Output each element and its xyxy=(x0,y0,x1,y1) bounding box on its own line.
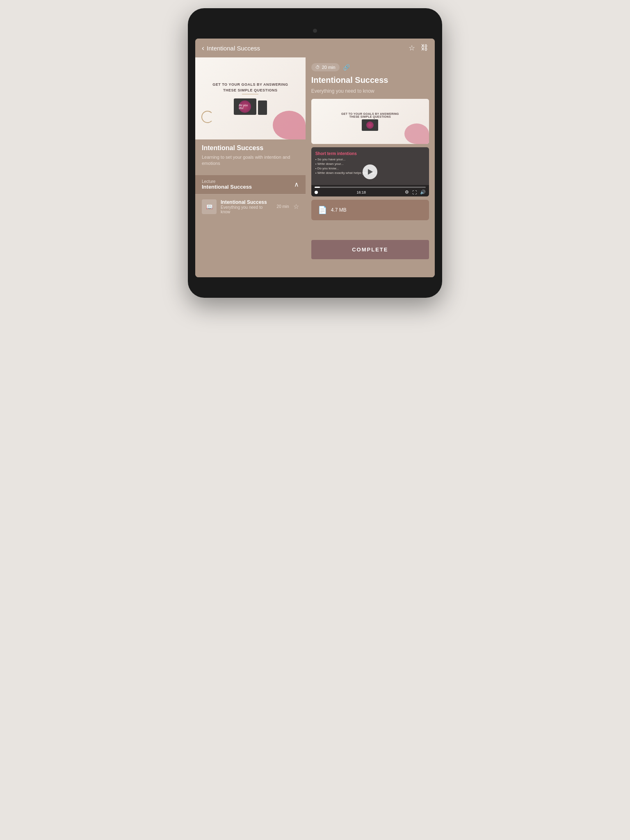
file-size: 4.7 MB xyxy=(331,207,347,213)
preview-pink-blob xyxy=(404,123,429,144)
lecture-title: Intentional Success xyxy=(202,184,252,190)
star-icon[interactable]: ☆ xyxy=(409,43,415,52)
course-hero-image: GET TO YOUR GOALS BY ANSWERING THESE SIM… xyxy=(195,57,306,139)
right-panel: ⏱ 20 min 🔗 Intentional Success Everythin… xyxy=(306,57,435,265)
device-mockups: Be you tiful xyxy=(234,98,267,115)
file-document-icon: 📄 xyxy=(318,205,327,215)
video-progress-fill xyxy=(315,187,320,188)
content-area: GET TO YOUR GOALS BY ANSWERING THESE SIM… xyxy=(195,57,435,265)
lecture-header[interactable]: Lecture Intentional Success ∧ xyxy=(195,175,306,194)
video-right-controls: ⚙ ⛶ 🔊 xyxy=(405,189,426,195)
image-divider xyxy=(242,94,258,94)
brand-circle: Be you tiful xyxy=(239,100,251,113)
settings-icon[interactable]: ⚙ xyxy=(405,189,409,195)
video-player[interactable]: Short term intentions • So you have your… xyxy=(311,147,429,196)
lecture-label: Lecture xyxy=(202,179,252,184)
lecture-star-icon[interactable]: ☆ xyxy=(293,203,299,210)
header-left: ‹ Intentional Success xyxy=(202,44,260,52)
video-bottom-controls: 16:18 ⚙ ⛶ 🔊 xyxy=(315,189,426,195)
lecture-item-subtitle: Everything you need to know xyxy=(221,205,273,214)
time-value: 20 min xyxy=(322,65,336,70)
time-badge: ⏱ 20 min xyxy=(311,63,340,71)
video-bullet-1: • So you have your... xyxy=(315,158,425,161)
lecture-item[interactable]: 📖 Intentional Success Everything you nee… xyxy=(195,194,306,219)
video-progress-dot xyxy=(315,191,318,194)
image-title-line2: THESE SIMPLE QUESTIONS xyxy=(219,88,282,92)
preview-image: GET TO YOUR GOALS BY ANSWERING THESE SIM… xyxy=(311,99,429,144)
preview-brand-circle xyxy=(366,121,374,129)
video-title: Short term intentions xyxy=(315,151,425,156)
complete-button[interactable]: COMPLETE xyxy=(311,240,429,259)
lecture-header-text: Lecture Intentional Success xyxy=(202,179,252,190)
back-button[interactable]: ‹ xyxy=(202,44,204,52)
play-button[interactable] xyxy=(363,164,377,179)
tablet-device: ‹ Intentional Success ☆ ⛓ GET TO YOUR GO… xyxy=(188,8,442,298)
play-triangle-icon xyxy=(368,169,373,175)
lecture-item-book-icon: 📖 xyxy=(202,199,217,214)
arrow-decoration xyxy=(201,111,214,123)
video-progress-bar[interactable] xyxy=(315,187,426,188)
video-time-elapsed: 16:18 xyxy=(357,190,366,194)
video-controls: 16:18 ⚙ ⛶ 🔊 xyxy=(311,185,429,196)
meta-row: ⏱ 20 min 🔗 xyxy=(311,63,429,71)
lecture-item-duration: 20 min xyxy=(277,204,289,209)
chevron-up-icon[interactable]: ∧ xyxy=(294,180,299,188)
left-panel: GET TO YOUR GOALS BY ANSWERING THESE SIM… xyxy=(195,57,306,265)
tablet-screen: ‹ Intentional Success ☆ ⛓ GET TO YOUR GO… xyxy=(195,39,435,277)
clock-icon: ⏱ xyxy=(315,65,320,70)
file-attachment[interactable]: 📄 4.7 MB xyxy=(311,200,429,220)
pink-blob-decoration xyxy=(273,111,306,139)
preview-tablet-mockup xyxy=(362,119,378,131)
header-title: Intentional Success xyxy=(207,45,260,52)
lecture-item-title: Intentional Success xyxy=(221,199,273,205)
preview-device-mockups xyxy=(362,119,378,131)
right-panel-subtitle: Everything you need to know xyxy=(311,88,429,94)
app-header: ‹ Intentional Success ☆ ⛓ xyxy=(195,39,435,57)
course-subtitle-left: Learning to set your goals with intentio… xyxy=(202,154,299,167)
tablet-camera xyxy=(313,29,317,33)
preview-img-title-line1: GET TO YOUR GOALS BY ANSWERING xyxy=(338,112,402,115)
tablet-mockup: Be you tiful xyxy=(234,98,256,115)
header-right: ☆ ⛓ xyxy=(409,43,428,52)
preview-img-title-line2: THESE SIMPLE QUESTIONS xyxy=(346,115,394,118)
right-panel-title: Intentional Success xyxy=(311,75,429,85)
volume-icon[interactable]: 🔊 xyxy=(420,189,426,195)
image-title-line1: GET TO YOUR GOALS BY ANSWERING xyxy=(208,82,292,87)
lecture-item-info: Intentional Success Everything you need … xyxy=(221,199,273,214)
link-icon[interactable]: ⛓ xyxy=(421,43,428,52)
bottom-bar xyxy=(195,265,435,277)
course-info: Intentional Success Learning to set your… xyxy=(195,139,306,172)
course-title-left: Intentional Success xyxy=(202,144,299,152)
share-link-icon[interactable]: 🔗 xyxy=(343,64,350,71)
phone-mockup xyxy=(258,100,267,115)
fullscreen-icon[interactable]: ⛶ xyxy=(412,190,417,195)
lecture-section: Lecture Intentional Success ∧ 📖 Intentio… xyxy=(195,175,306,219)
